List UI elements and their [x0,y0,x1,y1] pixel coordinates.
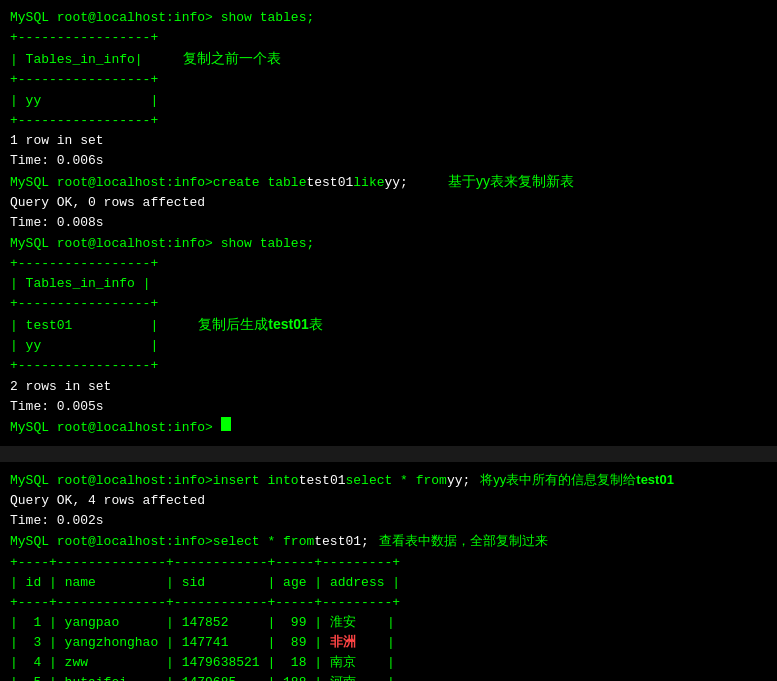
time-4: Time: 0.002s [10,511,767,531]
row-count-2: 2 rows in set [10,377,767,397]
border-6: +-----------------+ [10,356,767,376]
row-count-1: 1 row in set [10,131,767,151]
annotation-create-table: 基于yy表来复制新表 [448,171,574,193]
border-4: +-----------------+ [10,254,767,274]
query-ok-2: Query OK, 4 rows affected [10,491,767,511]
col-id: id [26,573,42,593]
line-show-tables-2: MySQL root@localhost:info> show tables; [10,234,767,254]
separator [0,454,777,462]
cursor-blink [221,417,231,431]
table-border-mid: +----+--------------+------------+-----+… [10,593,767,613]
border-3: +-----------------+ [10,111,767,131]
col-sid: sid [182,573,260,593]
row-test01: | test01 | 复制后生成test01表 [10,314,767,336]
border-2: +-----------------+ [10,70,767,90]
table-row-3: | 4 | zww | 1479638521 | 18 | 南京 | [10,653,767,673]
time-1: Time: 0.006s [10,151,767,171]
select-line: MySQL root@localhost:info> select * from… [10,531,767,552]
annotation-insert: 将yy表中所有的信息复制给test01 [480,470,674,490]
cmd-show-tables: show tables; [221,8,315,28]
table-row-2: | 3 | yangzhonghao | 147741 | 89 | 非洲 | [10,633,767,653]
col-age: age [283,573,306,593]
annotation-select: 查看表中数据，全部复制过来 [379,531,548,551]
table-border-top: +----+--------------+------------+-----+… [10,553,767,573]
col-address: address [330,573,385,593]
last-prompt: MySQL root@localhost:info> [10,417,767,438]
tables-header-row-2: | Tables_in_info | [10,274,767,294]
line-show-tables: MySQL root@localhost:info> show tables; [10,8,767,28]
prompt-1: MySQL root@localhost:info> [10,8,221,28]
bottom-terminal: MySQL root@localhost:info> insert into t… [0,462,777,681]
col-name: name [65,573,159,593]
border-5: +-----------------+ [10,294,767,314]
insert-line: MySQL root@localhost:info> insert into t… [10,470,767,491]
table-row-1: | 1 | yangpao | 147852 | 99 | 淮安 | [10,613,767,633]
row-yy-2: | yy | [10,336,767,356]
create-table-line: MySQL root@localhost:info> create table … [10,171,767,193]
row-yy: | yy | [10,91,767,111]
annotation-copy-result: 复制后生成test01表 [198,314,322,336]
query-ok-1: Query OK, 0 rows affected [10,193,767,213]
time-2: Time: 0.008s [10,213,767,233]
top-terminal: MySQL root@localhost:info> show tables; … [0,0,777,446]
table-header-row: | id | name | sid | age | address | [10,573,767,593]
time-3: Time: 0.005s [10,397,767,417]
tables-header-row: | | Tables_in_info |Tables_in_info | 复制之… [10,48,767,70]
table-row-4: | 5 | hutaifei | 1479685 | 188 | 河南 | [10,673,767,681]
border-1: +-----------------+ [10,28,767,48]
annotation-before-copy: 复制之前一个表 [183,48,281,70]
